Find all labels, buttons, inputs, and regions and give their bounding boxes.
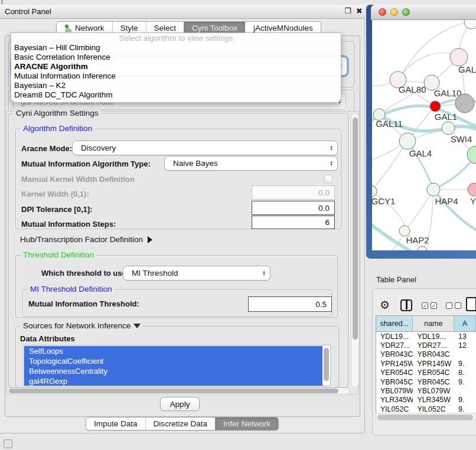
dock-panel-icon[interactable] bbox=[4, 439, 12, 448]
tab-discretize-data[interactable]: Discretize Data bbox=[145, 418, 216, 430]
screenshot-root: Control Panel ❐ ✖ NetworkStyleSelectCyni… bbox=[0, 0, 476, 450]
table-cell bbox=[454, 386, 476, 395]
network-node[interactable] bbox=[455, 94, 474, 113]
table-row[interactable]: YBL079WYBL079W bbox=[376, 386, 476, 395]
close-icon[interactable]: ✖ bbox=[356, 6, 363, 15]
table-cell: YBL079W bbox=[413, 386, 454, 395]
data-attribute-item[interactable]: gal4RGexp bbox=[24, 376, 322, 386]
table-row[interactable]: YDR27...YDR27...12 bbox=[376, 341, 476, 350]
network-node-y[interactable] bbox=[468, 183, 476, 196]
zoom-traffic-light-icon[interactable] bbox=[402, 8, 410, 16]
network-node-label: GAL11 bbox=[376, 119, 403, 129]
table-column-header[interactable]: name bbox=[413, 316, 454, 331]
network-edge[interactable] bbox=[405, 190, 433, 231]
network-node-label: HAP2 bbox=[406, 235, 429, 245]
network-node-gcy1[interactable] bbox=[372, 185, 377, 197]
data-attribute-item[interactable]: TopologicalCoefficient bbox=[24, 356, 322, 366]
export-table-icon[interactable] bbox=[466, 297, 476, 311]
control-panel-titlebar bbox=[0, 5, 365, 19]
network-node-hap4[interactable] bbox=[427, 183, 440, 196]
minimize-traffic-light-icon[interactable] bbox=[390, 8, 398, 16]
table-cell: 9. bbox=[454, 377, 476, 386]
algorithm-options: Bayesian – Hill ClimbingBasic Correlatio… bbox=[11, 43, 341, 100]
table-row[interactable]: YER054CYER054C8. bbox=[376, 369, 476, 377]
mi-steps-field[interactable]: 6 bbox=[252, 216, 335, 229]
table-cell: YLR345W bbox=[413, 396, 454, 405]
show-columns-icon[interactable] bbox=[400, 299, 412, 311]
network-node[interactable] bbox=[464, 20, 476, 29]
table-row[interactable]: YDL19...YDL19...13 bbox=[376, 332, 476, 341]
algorithm-option[interactable]: Bayesian – Hill Climbing bbox=[11, 43, 341, 53]
network-icon bbox=[64, 24, 72, 32]
network-canvas[interactable]: GALGAL80GAL10GAL1GAL11SWI4GAL4GCY1HAP4YH… bbox=[372, 20, 476, 250]
table-column-header[interactable]: shared... bbox=[376, 316, 413, 331]
table-column-header[interactable]: A bbox=[454, 316, 476, 331]
tab-label: Select bbox=[154, 24, 177, 32]
window-title: Control Panel bbox=[5, 7, 51, 16]
tab-infer-network[interactable]: Infer Network bbox=[215, 418, 278, 430]
table-cell: YDR27... bbox=[413, 341, 454, 350]
collapse-arrow-icon bbox=[133, 324, 141, 328]
mi-steps-label: Mutual Information Steps: bbox=[21, 220, 116, 229]
dpi-tolerance-field[interactable]: 0.0 bbox=[252, 201, 335, 215]
table-cell: 9. bbox=[454, 396, 476, 405]
node-table: shared...nameA YDL19...YDL19...13YDR27..… bbox=[376, 315, 476, 420]
which-threshold-value: MI Threshold bbox=[123, 269, 258, 278]
table-row[interactable]: YBR045CYBR045C9. bbox=[376, 377, 476, 386]
network-node-gal1[interactable] bbox=[430, 101, 441, 112]
aracne-mode-combo[interactable]: Discovery ▲▼ bbox=[72, 141, 338, 155]
table-cell: YBR045C bbox=[376, 377, 413, 386]
tab-impute-data[interactable]: Impute Data bbox=[86, 418, 145, 430]
data-attribute-item[interactable]: BetweennessCentrality bbox=[24, 366, 322, 376]
table-row[interactable]: YLR345WYLR345W9. bbox=[376, 396, 476, 405]
table-header-row: shared...nameA bbox=[376, 316, 476, 332]
network-node-label: SWI4 bbox=[451, 134, 472, 144]
list-scrollbar[interactable] bbox=[322, 346, 330, 386]
network-edge[interactable] bbox=[372, 141, 407, 191]
tab-label: Network bbox=[75, 24, 105, 32]
network-node-gal[interactable] bbox=[450, 48, 468, 66]
apply-button[interactable]: Apply bbox=[160, 397, 200, 411]
hub-definition-label: Hub/Transcription Factor Definition bbox=[20, 235, 143, 244]
manual-kernel-checkbox[interactable] bbox=[324, 175, 332, 183]
network-node-gal4[interactable] bbox=[399, 133, 416, 149]
data-attributes-label: Data Attributes bbox=[20, 334, 75, 343]
cyni-mode-tabs: Impute DataDiscretize DataInfer Network bbox=[86, 417, 279, 431]
mi-type-combo[interactable]: Naive Bayes ▲▼ bbox=[164, 156, 338, 171]
network-window-titlebar[interactable] bbox=[371, 5, 476, 20]
table-cell: YBR045C bbox=[413, 377, 454, 386]
table-body: YDL19...YDL19...13YDR27...YDR27...12YBR0… bbox=[376, 332, 476, 414]
select-all-columns-icon[interactable]: ✓✓ bbox=[422, 302, 437, 309]
network-edge[interactable] bbox=[372, 231, 405, 250]
hub-definition-expander[interactable]: Hub/Transcription Factor Definition bbox=[20, 235, 152, 244]
table-row[interactable]: YPR145WYPR145W9. bbox=[376, 359, 476, 368]
deselect-all-columns-icon[interactable] bbox=[446, 302, 461, 309]
settings-horizontal-scrollbar[interactable] bbox=[7, 387, 350, 394]
aracne-mode-value: Discovery bbox=[73, 144, 325, 152]
mi-threshold-field[interactable]: 0.5 bbox=[248, 296, 332, 312]
tab-label: Cyni Toolbox bbox=[192, 24, 237, 32]
network-node-label: Y bbox=[470, 196, 476, 206]
data-attributes-items: SelfLoopsTopologicalCoefficientBetweenne… bbox=[24, 346, 322, 386]
threshold-definition-title: Threshold Definition bbox=[21, 250, 96, 259]
table-horizontal-scrollbar[interactable] bbox=[376, 413, 476, 420]
algorithm-option[interactable]: Dream8 DC_TDC Algorithm bbox=[11, 90, 341, 100]
network-node-label: GAL1 bbox=[435, 112, 457, 122]
kernel-width-field[interactable]: 0.0 bbox=[252, 185, 335, 200]
gear-icon[interactable]: ⚙ bbox=[380, 298, 390, 312]
data-attribute-item[interactable]: SelfLoops bbox=[24, 346, 322, 356]
algorithm-definition-title: Algorithm Definition bbox=[21, 124, 94, 133]
float-window-icon[interactable]: ❐ bbox=[344, 6, 351, 15]
close-traffic-light-icon[interactable] bbox=[379, 8, 386, 16]
table-row[interactable]: YBR043CYBR043C bbox=[376, 350, 476, 359]
which-threshold-combo[interactable]: MI Threshold ▲▼ bbox=[123, 266, 270, 281]
network-node-swi4[interactable] bbox=[442, 122, 455, 135]
table-cell: YPR145W bbox=[413, 359, 454, 368]
algorithm-option[interactable]: ARACNE Algorithm bbox=[11, 62, 341, 71]
algorithm-dropdown-popup: Select algorithm to view settings Bayesi… bbox=[11, 32, 341, 103]
clipped-edge-artifact bbox=[1, 0, 3, 4]
algorithm-option[interactable]: Bayesian – K2 bbox=[11, 81, 341, 90]
algorithm-option[interactable]: Basic Correlation Inference bbox=[11, 53, 341, 62]
settings-vertical-scrollbar[interactable] bbox=[351, 113, 359, 387]
algorithm-option[interactable]: Mutual Information Inference bbox=[11, 71, 341, 81]
